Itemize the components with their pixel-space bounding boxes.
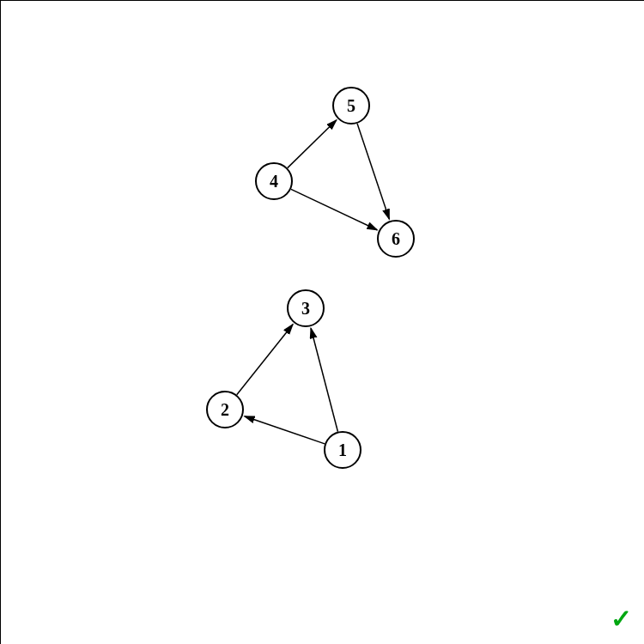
edges-layer [1,1,644,644]
graph-node-5: 5 [332,87,370,125]
node-label: 3 [301,299,310,319]
graph-node-1: 1 [324,431,361,469]
diagram-canvas: 1 2 3 4 5 6 ✓ [0,0,644,644]
edge-n2-n3 [237,325,293,395]
node-label: 2 [221,400,229,420]
edge-n5-n6 [357,124,389,219]
checkmark-icon: ✓ [611,604,632,634]
graph-node-2: 2 [206,391,244,428]
graph-node-3: 3 [287,289,325,327]
edge-n1-n3 [311,328,337,431]
edge-n4-n5 [288,120,337,168]
edge-n4-n6 [291,189,377,229]
graph-node-4: 4 [255,162,293,200]
node-label: 4 [270,172,278,191]
node-label: 6 [392,229,400,249]
node-label: 1 [338,440,347,460]
edge-n1-n2 [245,416,325,444]
graph-node-6: 6 [377,220,415,258]
node-label: 5 [347,96,355,116]
